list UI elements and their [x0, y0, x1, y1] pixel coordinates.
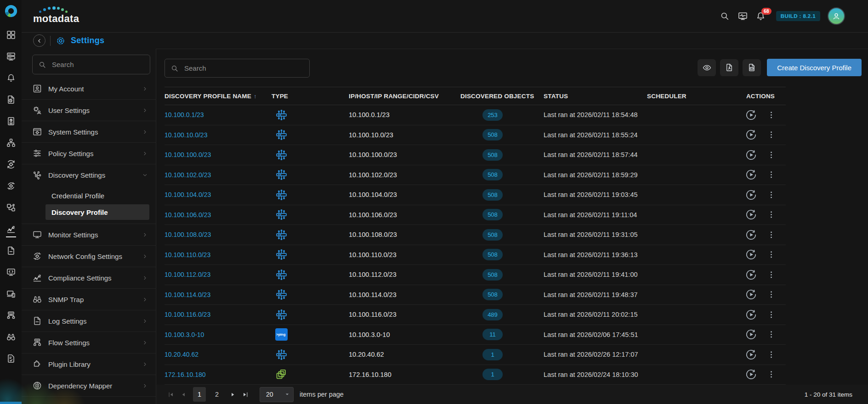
notifications-bell-icon[interactable]: 68 [755, 11, 766, 22]
row-menu-button[interactable] [767, 130, 776, 139]
profile-name-link[interactable]: 10.100.104.0/23 [165, 191, 211, 198]
rail-item-binoculars[interactable] [6, 332, 16, 342]
discovered-objects-badge[interactable]: 1 [482, 369, 503, 380]
sidebar-item-plugin-library[interactable]: Plugin Library [22, 354, 156, 375]
row-menu-button[interactable] [767, 111, 776, 119]
system-health-icon[interactable] [738, 11, 748, 22]
rail-item-devices[interactable] [6, 289, 16, 299]
sidebar-search-input[interactable] [51, 60, 144, 69]
column-header-actions[interactable]: ACTIONS [735, 93, 786, 100]
page-button-2[interactable]: 2 [210, 387, 223, 402]
discovered-objects-badge[interactable]: 508 [482, 129, 503, 140]
row-menu-button[interactable] [767, 290, 776, 299]
discovered-objects-badge[interactable]: 508 [482, 269, 503, 281]
column-header-scheduler[interactable]: SCHEDULER [647, 93, 735, 100]
discovered-objects-badge[interactable]: 489 [482, 309, 503, 320]
sidebar-item-my-account[interactable]: My Account [22, 78, 156, 100]
discovered-objects-badge[interactable]: 508 [482, 229, 503, 241]
sidebar-item-user-settings[interactable]: User Settings [22, 100, 156, 121]
sidebar-item-flow-settings[interactable]: Flow Settings [22, 332, 156, 354]
table-search-input[interactable] [183, 64, 304, 73]
rail-item-doc-clock[interactable] [6, 95, 16, 105]
profile-name-link[interactable]: 10.100.3.0-10 [165, 331, 204, 338]
run-discovery-button[interactable] [745, 129, 757, 140]
profile-name-link[interactable]: 10.100.100.0/23 [165, 151, 211, 158]
row-menu-button[interactable] [767, 230, 776, 239]
profile-name-link[interactable]: 10.100.116.0/23 [165, 311, 210, 318]
sidebar-subitem-discovery-profile[interactable]: Discovery Profile [45, 204, 149, 220]
first-page-button[interactable] [167, 391, 174, 398]
profile-name-link[interactable]: 172.16.10.180 [165, 371, 206, 378]
sidebar-item-log-settings[interactable]: Log Settings [22, 310, 156, 332]
profile-name-link[interactable]: 10.100.106.0/23 [165, 211, 211, 219]
run-discovery-button[interactable] [745, 369, 757, 380]
sidebar-item-network-config-settings[interactable]: Network Config Settings [22, 246, 156, 267]
rail-item-code-monitor[interactable] [6, 267, 16, 277]
last-page-button[interactable] [242, 391, 249, 398]
create-discovery-profile-button[interactable]: Create Discovery Profile [767, 59, 862, 76]
run-discovery-button[interactable] [745, 349, 757, 360]
discovered-objects-badge[interactable]: 508 [482, 209, 503, 220]
motadata-logo-mark[interactable] [4, 4, 18, 18]
run-discovery-button[interactable] [745, 209, 757, 220]
rail-item-servers[interactable] [6, 51, 16, 62]
run-discovery-button[interactable] [745, 229, 757, 241]
export-csv-button[interactable]: CSV [743, 59, 761, 76]
discovered-objects-badge[interactable]: 508 [482, 249, 503, 260]
run-discovery-button[interactable] [745, 329, 757, 340]
column-header-status[interactable]: STATUS [544, 93, 647, 100]
row-menu-button[interactable] [767, 350, 776, 359]
export-pdf-button[interactable] [720, 59, 738, 76]
sidebar-item-snmp-trap[interactable]: SNMP Trap [22, 289, 156, 310]
sidebar-search[interactable] [32, 55, 150, 74]
row-menu-button[interactable] [767, 170, 776, 179]
rail-item-topology[interactable] [6, 138, 16, 148]
row-menu-button[interactable] [767, 250, 776, 259]
row-menu-button[interactable] [767, 210, 776, 219]
column-header-ip-host-ip-range-cidr-csv[interactable]: IP/HOST/IP RANGE/CIDR/CSV [349, 93, 460, 100]
column-header-discovered-objects[interactable]: DISCOVERED OBJECTS [460, 93, 544, 100]
rail-item-net-config[interactable] [6, 181, 16, 191]
rail-item-trend[interactable] [6, 224, 16, 234]
run-discovery-button[interactable] [745, 189, 757, 201]
profile-name-link[interactable]: 10.20.40.62 [165, 351, 199, 358]
sidebar-item-monitor-settings[interactable]: Monitor Settings [22, 224, 156, 246]
row-menu-button[interactable] [767, 330, 776, 339]
discovered-objects-badge[interactable]: 11 [482, 329, 503, 340]
discovered-objects-badge[interactable]: 1 [482, 349, 503, 360]
row-menu-button[interactable] [767, 370, 776, 379]
row-menu-button[interactable] [767, 310, 776, 319]
rail-item-doc-check[interactable] [6, 354, 16, 364]
column-visibility-button[interactable] [698, 59, 716, 76]
run-discovery-button[interactable] [745, 149, 757, 161]
profile-name-link[interactable]: 10.100.0.1/23 [165, 111, 204, 118]
run-discovery-button[interactable] [745, 249, 757, 260]
next-page-button[interactable] [229, 391, 236, 398]
sidebar-item-policy-settings[interactable]: Policy Settings [22, 143, 156, 164]
table-search[interactable] [165, 59, 310, 78]
sidebar-item-dependency-mapper[interactable]: Dependency Mapper [22, 375, 156, 397]
profile-name-link[interactable]: 10.100.114.0/23 [165, 291, 210, 298]
discovered-objects-badge[interactable]: 253 [482, 109, 503, 121]
run-discovery-button[interactable] [745, 109, 757, 121]
global-search-icon[interactable] [720, 11, 730, 22]
sidebar-item-compliance-settings[interactable]: Compliance Settings [22, 267, 156, 289]
row-menu-button[interactable] [767, 151, 776, 159]
rail-item-grid[interactable] [6, 30, 16, 40]
row-menu-button[interactable] [767, 270, 776, 279]
discovered-objects-badge[interactable]: 508 [482, 189, 503, 201]
back-button[interactable] [33, 34, 45, 47]
run-discovery-button[interactable] [745, 169, 757, 180]
run-discovery-button[interactable] [745, 289, 757, 300]
motadata-wordmark[interactable]: motadata [33, 6, 79, 27]
row-menu-button[interactable] [767, 191, 776, 199]
previous-page-button[interactable] [180, 391, 187, 398]
rail-item-node-link[interactable] [6, 202, 16, 213]
discovered-objects-badge[interactable]: 508 [482, 289, 503, 300]
page-size-select[interactable]: 20 [260, 387, 294, 402]
run-discovery-button[interactable] [745, 269, 757, 281]
profile-name-link[interactable]: 10.100.102.0/23 [165, 171, 211, 179]
profile-name-link[interactable]: 10.100.112.0/23 [165, 271, 210, 278]
sidebar-item-system-settings[interactable]: System Settings [22, 121, 156, 143]
discovered-objects-badge[interactable]: 508 [482, 149, 503, 161]
